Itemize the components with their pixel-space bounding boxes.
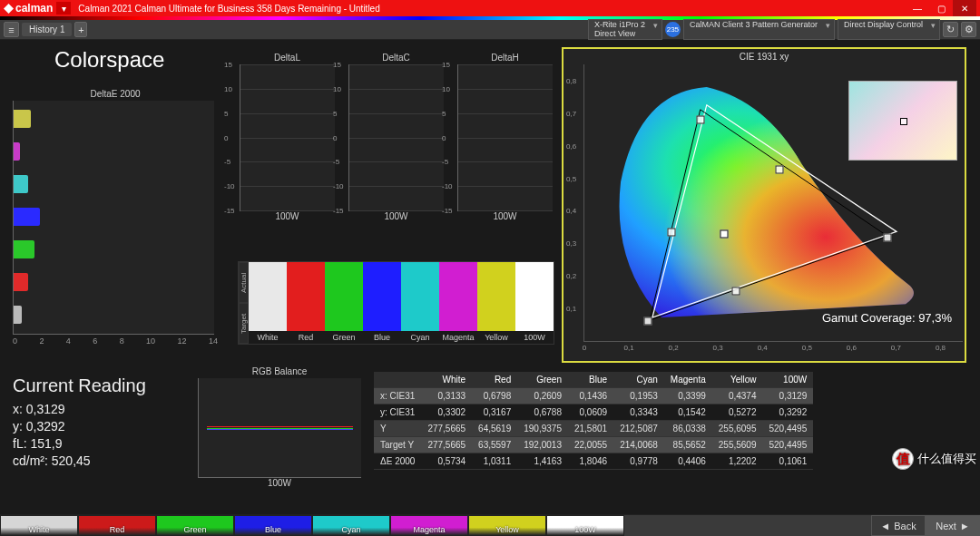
table-cell: 192,0013: [517, 437, 568, 453]
reading-fl: fL: 151,9: [13, 436, 146, 451]
close-button[interactable]: ✕: [953, 0, 976, 16]
ytick: 0: [333, 133, 337, 141]
table-header: White: [421, 372, 472, 388]
bottom-bar: WhiteRedGreenBlueCyanMagentaYellow100W ◄…: [0, 514, 980, 536]
tool-button-2[interactable]: ⚙: [961, 22, 976, 37]
cie-marker-yellow: [775, 165, 783, 173]
bottom-swatch-label: Yellow: [495, 525, 519, 534]
add-tab-button[interactable]: +: [74, 22, 87, 37]
table-rowkey: Y: [374, 421, 421, 437]
minimize-button[interactable]: —: [906, 0, 929, 16]
titlebar: calman ▾ Calman 2021 Calman Ultimate for…: [0, 0, 980, 16]
pattern-gen-label: CalMAN Client 3 Pattern Generator: [690, 21, 818, 30]
deltae-bar: [14, 273, 28, 291]
bottom-swatch-label: Green: [183, 525, 206, 534]
cie-title: CIE 1931 xy: [564, 49, 965, 64]
brand-logo: calman: [4, 2, 53, 15]
bottom-swatch-100w[interactable]: 100W: [546, 515, 624, 536]
table-cell: 63,5597: [472, 437, 517, 453]
diamond-icon: [4, 4, 14, 14]
history-tab[interactable]: History 1: [22, 23, 72, 36]
back-label: Back: [894, 521, 916, 531]
cie-ytick: 0,7: [566, 109, 576, 117]
brand-menu-caret[interactable]: ▾: [56, 2, 71, 15]
ytick: -5: [442, 158, 448, 166]
cie-ytick: 0,3: [566, 239, 576, 248]
small-chart-plot: 151050-5-10-15: [348, 64, 444, 211]
cie-marker-100w: [720, 229, 728, 238]
table-row: y: CIE310,33020,31670,67880,06090,33430,…: [374, 404, 813, 421]
bottom-swatch-label: White: [28, 525, 49, 534]
bottom-swatch-label: Red: [110, 525, 125, 534]
rgb-balance-chart: RGB Balance 100W: [198, 366, 361, 490]
table-cell: 0,4374: [712, 388, 763, 404]
table-cell: 255,5609: [712, 437, 763, 453]
deltae-plot: [13, 101, 214, 335]
cie-xtick: 0: [583, 344, 586, 352]
table-cell: 0,4406: [664, 453, 712, 470]
swatch-target-label: Target: [239, 303, 249, 344]
menu-button[interactable]: ≡: [4, 22, 19, 37]
bottom-swatch-white[interactable]: White: [0, 515, 78, 536]
table-rowkey: ΔE 2000: [374, 453, 421, 470]
table-cell: 0,3399: [664, 388, 712, 404]
cie-marker-magenta: [731, 287, 740, 295]
next-button[interactable]: Next ►: [926, 515, 980, 536]
cie-xtick: 0,6: [847, 344, 857, 352]
table-cell: 1,8046: [568, 453, 613, 470]
table-cell: 190,9375: [517, 421, 568, 437]
brand-text: calman: [15, 2, 53, 15]
swatch-green: Green: [325, 262, 363, 344]
ytick: -15: [442, 207, 453, 215]
table-cell: 0,3343: [613, 404, 664, 421]
bottom-swatch-red[interactable]: Red: [78, 515, 156, 536]
cie-marker-green: [696, 116, 704, 124]
table-cell: 1,2202: [712, 453, 763, 470]
ytick: -15: [333, 207, 344, 215]
meter-dropdown[interactable]: X-Rite i1Pro 2 Direct View: [588, 19, 662, 41]
bottom-swatch-blue[interactable]: Blue: [234, 515, 312, 536]
swatch-row-labels: Actual Target: [239, 262, 249, 344]
back-button[interactable]: ◄ Back: [871, 515, 926, 536]
ytick: -10: [224, 182, 235, 190]
display-control-dropdown[interactable]: Direct Display Control: [838, 19, 940, 41]
cie-xtick: 0,3: [713, 344, 723, 352]
bottom-swatch-magenta[interactable]: Magenta: [390, 515, 468, 536]
meter-line2: Direct View: [594, 30, 645, 39]
deltae-bar: [14, 208, 40, 226]
cie-xtick: 0,5: [802, 344, 812, 352]
ytick: -10: [442, 182, 453, 190]
table-cell: 21,5801: [568, 421, 613, 437]
rgb-plot: [198, 378, 361, 478]
cie-xtick: 0,8: [936, 344, 946, 352]
cie-marker-cyan: [667, 229, 675, 237]
bottom-swatch-cyan[interactable]: Cyan: [312, 515, 390, 536]
maximize-button[interactable]: ▢: [929, 0, 953, 16]
status-circle[interactable]: 235: [665, 22, 681, 37]
small-chart-plot: 151050-5-10-15: [240, 64, 335, 211]
table-header: Yellow: [712, 372, 763, 388]
deltae-xticks: 02468101214: [13, 335, 218, 346]
swatch-actual-label: Actual: [239, 262, 249, 303]
table-cell: 64,5619: [472, 421, 517, 437]
table-header: [374, 372, 421, 388]
deltae-bar: [14, 175, 28, 193]
table-cell: 0,3133: [421, 388, 472, 404]
bottom-swatch-yellow[interactable]: Yellow: [468, 515, 546, 536]
table-rowkey: y: CIE31: [374, 404, 421, 421]
small-chart-xtick: 100W: [457, 211, 553, 221]
deltae-bar: [14, 306, 22, 324]
table-row: Y277,566564,5619190,937521,5801212,50878…: [374, 421, 813, 437]
tool-button-1[interactable]: ↻: [943, 22, 958, 37]
table-cell: 0,1436: [568, 388, 613, 404]
pattern-gen-dropdown[interactable]: CalMAN Client 3 Pattern Generator: [683, 19, 835, 41]
table-header: Green: [517, 372, 568, 388]
table-cell: 1,4163: [517, 453, 568, 470]
bottom-swatch-green[interactable]: Green: [156, 515, 234, 536]
small-chart-xtick: 100W: [240, 211, 335, 221]
swatch-label: Red: [287, 331, 325, 344]
ytick: 0: [224, 133, 228, 141]
table-cell: 0,0609: [568, 404, 613, 421]
cie-inset: [848, 81, 957, 161]
small-chart-title: DeltaC: [348, 53, 444, 63]
